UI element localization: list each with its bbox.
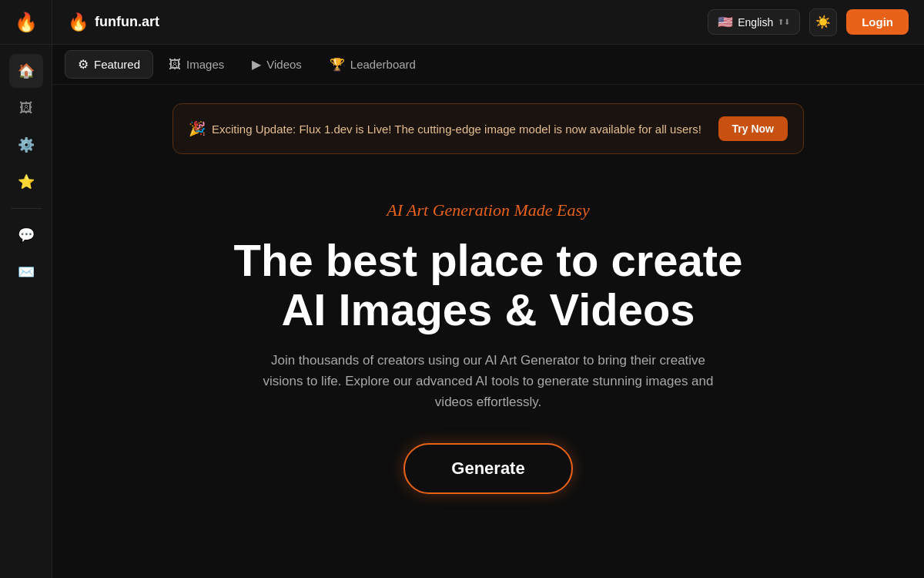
language-label: English <box>738 16 773 29</box>
sidebar-item-settings[interactable]: ⚙️ <box>9 128 43 162</box>
generate-button[interactable]: Generate <box>403 443 572 494</box>
tab-bar: ⚙ Featured 🖼 Images ▶ Videos 🏆 Leaderboa… <box>52 45 924 85</box>
leaderboard-tab-label: Leaderboard <box>350 58 416 71</box>
sun-icon: ☀️ <box>815 15 831 29</box>
home-icon: 🏠 <box>18 62 35 79</box>
tab-videos[interactable]: ▶ Videos <box>239 51 314 78</box>
announcement-text: 🎉 Exciting Update: Flux 1.dev is Live! T… <box>189 120 701 137</box>
favorites-icon: ⭐ <box>18 173 35 190</box>
sidebar: 🔥 🏠 🖼 ⚙️ ⭐ 💬 ✉️ <box>0 0 52 578</box>
announcement-emoji: 🎉 <box>189 120 206 137</box>
sidebar-divider <box>11 208 42 209</box>
language-flag-icon: 🇺🇸 <box>718 15 733 29</box>
videos-tab-icon: ▶ <box>252 57 261 72</box>
images-icon: 🖼 <box>19 100 33 116</box>
mail-icon: ✉️ <box>18 264 35 281</box>
try-now-button[interactable]: Try Now <box>718 116 788 141</box>
header-logo-icon: 🔥 <box>68 12 89 32</box>
featured-tab-icon: ⚙ <box>78 57 89 72</box>
hero-title-line2: AI Images & Videos <box>281 284 695 334</box>
chevron-down-icon: ⬆⬇ <box>778 18 790 26</box>
language-selector[interactable]: 🇺🇸 English ⬆⬇ <box>708 9 800 35</box>
leaderboard-tab-icon: 🏆 <box>330 57 345 72</box>
sidebar-logo-icon: 🔥 <box>15 12 38 33</box>
hero-description: Join thousands of creators using our AI … <box>257 350 719 413</box>
images-tab-label: Images <box>186 58 224 71</box>
sidebar-item-discord[interactable]: 💬 <box>9 218 43 252</box>
featured-tab-label: Featured <box>94 58 140 71</box>
sidebar-logo[interactable]: 🔥 <box>0 0 52 45</box>
tab-leaderboard[interactable]: 🏆 Leaderboard <box>317 51 428 78</box>
announcement-message: Exciting Update: Flux 1.dev is Live! The… <box>212 123 701 136</box>
sidebar-nav: 🏠 🖼 ⚙️ ⭐ 💬 ✉️ <box>0 45 52 298</box>
tab-images[interactable]: 🖼 Images <box>156 52 236 78</box>
hero-title: The best place to create AI Images & Vid… <box>234 236 743 334</box>
sidebar-item-home[interactable]: 🏠 <box>9 54 43 88</box>
header-right: 🇺🇸 English ⬆⬇ ☀️ Login <box>708 8 909 36</box>
sidebar-item-mail[interactable]: ✉️ <box>9 255 43 289</box>
images-tab-icon: 🖼 <box>169 58 181 72</box>
hero-title-line1: The best place to create <box>234 235 743 285</box>
sidebar-item-favorites[interactable]: ⭐ <box>9 165 43 199</box>
discord-icon: 💬 <box>18 227 35 244</box>
header-logo[interactable]: 🔥 funfun.art <box>68 12 159 32</box>
tab-featured[interactable]: ⚙ Featured <box>65 50 153 79</box>
page-body: 🎉 Exciting Update: Flux 1.dev is Live! T… <box>52 85 924 578</box>
hero-section: AI Art Generation Made Easy The best pla… <box>234 200 743 494</box>
settings-icon: ⚙️ <box>18 136 35 153</box>
videos-tab-label: Videos <box>266 58 302 71</box>
sidebar-item-images[interactable]: 🖼 <box>9 91 43 125</box>
main-content: 🔥 funfun.art 🇺🇸 English ⬆⬇ ☀️ Login ⚙ Fe… <box>52 0 924 578</box>
announcement-banner: 🎉 Exciting Update: Flux 1.dev is Live! T… <box>172 103 804 154</box>
hero-tagline: AI Art Generation Made Easy <box>387 200 590 220</box>
login-button[interactable]: Login <box>846 9 909 35</box>
header: 🔥 funfun.art 🇺🇸 English ⬆⬇ ☀️ Login <box>52 0 924 45</box>
header-logo-text: funfun.art <box>95 14 159 30</box>
theme-toggle-button[interactable]: ☀️ <box>809 8 837 36</box>
